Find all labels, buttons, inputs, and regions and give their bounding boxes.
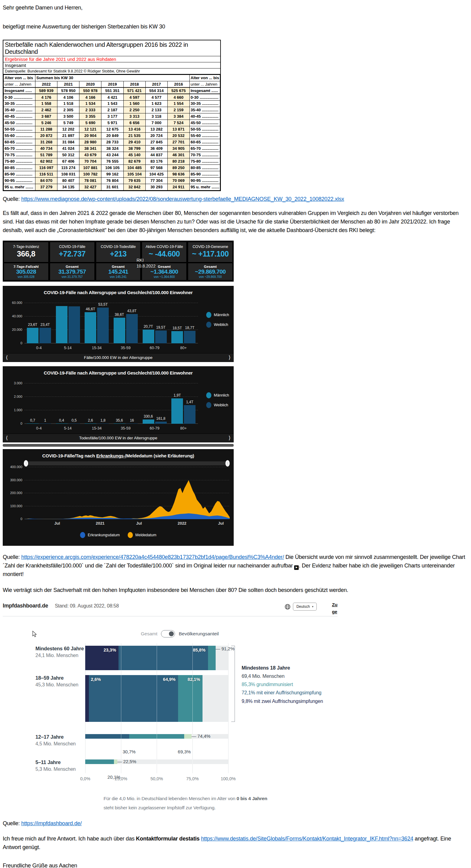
row-label-right: 85-90 ............... [190,171,220,177]
bar-value-label: 0,7 [30,418,35,423]
cell-value: 89 250 [167,164,190,171]
legend-item[interactable]: Erkrankungsdatum [80,532,120,538]
legend-item[interactable]: Meldedatum [128,532,157,538]
y-tick-label: 200.000 [10,491,22,495]
legend-dot [206,312,211,318]
legend-item[interactable]: Männlich [206,312,229,318]
bar-weiblich[interactable]: 23,4T [39,328,51,343]
cell-value: 43 244 [101,152,124,158]
cell-value: 6 656 [124,120,145,126]
bar-segment-teal [129,734,184,739]
cell-value: 38 341 [79,145,101,152]
impfdashboard-link[interactable]: https://impfdashboard.de/ [21,820,81,827]
bar-group: 1,9T1,4T [169,383,198,424]
bar-weiblich[interactable]: 1,8 [97,424,109,424]
below-percentage-label: 69,3% [178,749,191,754]
category-axis: 0-45-1415-3435-5960-7980+ [25,346,198,350]
stacked-bar[interactable]: 23,3%85,8%— 91,2% [85,646,228,670]
bar-weiblich[interactable]: 53,5T [97,308,109,344]
bar-maennlich[interactable]: 23,6T [27,328,38,344]
bar-weiblich[interactable]: 19,5T [155,331,167,344]
bar-maennlich[interactable]: 0,4 [56,424,68,424]
legend-item[interactable]: Männlich [206,392,229,398]
table-year-row: unter ... Jahren202220212020201920182017… [4,81,220,88]
destatis-link[interactable]: https://www.destatis.de/SiteGlobals/Form… [201,836,413,842]
cell-value: 12 675 [101,126,124,132]
bar-value-label: 23,6T [28,322,37,327]
impfdashboard-brand[interactable]: Impfdashboard.de [3,602,48,609]
bar-maennlich[interactable]: 46,6T [85,312,96,344]
bar-weiblich[interactable]: 18,7T [184,331,196,343]
chevron-left-icon[interactable]: ⟨ [3,354,11,361]
bar-maennlich[interactable] [56,306,68,344]
bar-segment-teal [85,760,114,764]
age-group-population: 24,1 Mio. Menschen [35,653,85,658]
y-tick-label: 60.000 [12,301,22,305]
percentage-axis: 0,0%25,0%50,0%75,0%100,0% [85,776,228,784]
bar-groups: 23,6T23,4T46,6T53,5T38,6T43,8T20,7T19,5T… [25,303,198,343]
bar-weiblich[interactable]: 43,8T [126,314,138,343]
time-range-slider[interactable] [25,461,229,465]
cell-value: 67 406 [58,158,79,164]
cell-value: 62 902 [35,158,58,164]
bar-maennlich[interactable]: 2,6 [85,424,96,424]
stacked-bar[interactable]: 2,6%64,9%82,1% [85,675,228,722]
bar-weiblich[interactable]: 1 [39,424,51,424]
bar-weiblich[interactable]: 1,4T [184,405,196,424]
legend-item[interactable]: Weiblich [206,322,229,328]
bar-segment-steel [89,675,178,722]
arcgis-link[interactable]: https://experience.arcgis.com/experience… [21,554,284,560]
chevron-right-icon[interactable]: ⟩ [226,435,233,441]
legend-label: Männlich [214,393,229,398]
table-row: 40-45 ...............3 6873 5003 3553 17… [4,113,220,120]
stacked-bar[interactable]: — 22,5% [85,760,228,764]
legend-item[interactable]: Weiblich [206,402,229,408]
cell-value: 36 409 [145,145,167,152]
bar-weiblich[interactable] [68,306,80,343]
cell-value: 43 679 [79,152,101,158]
category-label: 80+ [169,346,198,350]
quelle-label: Quelle: [3,820,21,827]
bar-maennlich[interactable]: 38,6T [114,318,125,344]
bar-maennlich[interactable]: 20,7T [143,330,154,344]
table-xlsx-link[interactable]: https://www.mediagnose.de/wp-content/upl… [21,196,344,202]
cut-off-link[interactable]: Zu ge [332,601,338,615]
x-tick-label: Jul [54,521,60,526]
bar-maennlich[interactable]: 35,6 [114,424,125,424]
bar-maennlich[interactable]: 330,6 [143,420,154,424]
language-selector[interactable]: Deutsch ▾ [293,602,317,611]
globe-icon[interactable] [285,604,291,610]
cell-value: 21 535 [124,132,145,139]
row-label: 70-75 ............... [4,152,35,158]
toggle-label-bevoelkerungsanteil[interactable]: Bevölkerungsanteil [179,631,219,637]
chevron-right-icon[interactable]: ⟩ [226,354,233,361]
tile-caption: von 145.241 [96,275,140,279]
x-tick-label: Jul [136,521,142,526]
toggle-label-gesamt[interactable]: Gesamt [141,631,157,637]
age-18plus-bracket [231,646,235,722]
year-header: 2019 [101,81,124,88]
bar-weiblich[interactable]: 161,8 [155,422,167,424]
view-toggle[interactable] [161,630,175,638]
bar-maennlich[interactable]: 18,5T [171,331,183,344]
y-tick-label: 2.000 [14,395,22,398]
header-divider [3,616,338,616]
bar-weiblich[interactable]: 16 [126,424,138,424]
table-row: 75-80 ...............62 90267 40670 7047… [4,158,220,164]
bar-value-label: 43,8T [127,309,137,313]
tile-value: +213 [96,249,140,258]
cell-value: 4 106 [58,94,79,100]
embed-scrollbar[interactable] [3,444,234,447]
tile-title: Aktive COVID-19-Fälle [142,245,186,249]
slider-handle-right[interactable] [226,460,230,467]
category-label: 15-34 [82,346,111,350]
bar-value-label: 16 [130,418,134,423]
bar-maennlich[interactable]: 1,9T [171,398,183,424]
chevron-left-icon[interactable]: ⟨ [3,435,11,441]
stacked-bar[interactable]: — 74,4% [85,734,228,739]
bar-maennlich[interactable]: 0,7 [27,424,38,424]
cell-value: 3 313 [124,113,145,120]
slider-handle-left[interactable] [24,460,28,467]
segment-percentage-label: 23,3% [104,648,116,652]
bar-weiblich[interactable]: 0,5 [68,424,80,424]
